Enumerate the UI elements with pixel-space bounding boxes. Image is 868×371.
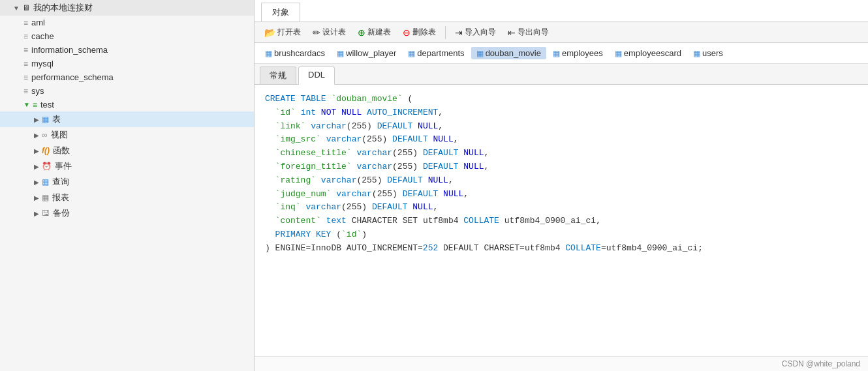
sidebar-item-test[interactable]: ▼ ≡ test [0,98,254,111]
functions-label: 函数 [53,145,70,156]
queries-arrow: ▶ [34,179,39,186]
sidebar-item-performance-schema[interactable]: ≡ performance_schema [0,70,254,84]
new-table-button[interactable]: ⊕ 新建表 [353,25,395,40]
code-line-4: `img_src` varchar(255) DEFAULT NULL, [265,133,858,147]
table-item-willow-player[interactable]: ▦ willow_player [332,47,401,59]
func-category-icon: f() [42,146,50,155]
sidebar-item-queries[interactable]: ▶ ▦ 查询 [0,174,254,190]
delete-table-icon: ⊖ [403,27,411,38]
design-table-button[interactable]: ✏ 设计表 [308,25,350,40]
main-content: 对象 📂 打开表 ✏ 设计表 ⊕ 新建表 ⊖ 删除表 ⇥ 导入向导 ⇤ 导出向导 [255,0,868,371]
code-line-6: `foreign_title` varchar(255) DEFAULT NUL… [265,160,858,174]
sidebar-item-reports[interactable]: ▶ ▦ 报表 [0,190,254,205]
db-icon-sys: ≡ [23,87,28,96]
code-line-5: `chinese_title` varchar(255) DEFAULT NUL… [265,147,858,160]
sidebar-item-aml[interactable]: ≡ aml [0,16,254,29]
object-tab[interactable]: 对象 [261,3,300,22]
new-table-icon: ⊕ [358,27,365,38]
sidebar: ▼ 🖥 我的本地连接财 ≡ aml ≡ cache ≡ information_… [0,0,255,371]
new-table-label: 新建表 [367,27,391,38]
db-name-mysql: mysql [31,59,54,68]
table-item-employeescard[interactable]: ▦ employeescard [610,47,687,59]
code-line-3: `link` varchar(255) DEFAULT NULL, [265,120,858,134]
events-arrow: ▶ [34,163,39,170]
tab-changgui[interactable]: 常规 [260,67,296,84]
tables-arrow: ▶ [34,116,39,123]
code-line-1: CREATE TABLE `douban_movie` ( [265,93,858,106]
delete-table-button[interactable]: ⊖ 删除表 [398,25,441,40]
table-grid-icon-4: ▦ [476,49,484,58]
views-label: 视图 [51,129,68,141]
table-category-icon: ▦ [42,115,49,124]
table-name-departments: departments [417,48,464,58]
sidebar-item-backups[interactable]: ▶ 🖫 备份 [0,205,254,221]
delete-table-label: 删除表 [412,27,436,38]
queries-label: 查询 [52,176,69,188]
code-line-9: `inq` varchar(255) DEFAULT NULL, [265,201,858,215]
db-icon-info: ≡ [23,46,28,55]
sidebar-item-events[interactable]: ▶ ⏰ 事件 [0,158,254,174]
table-name-douban-movie: douban_movie [486,48,541,58]
db-icon-aml: ≡ [23,18,28,27]
table-item-employees[interactable]: ▦ employees [548,47,608,59]
sidebar-item-views[interactable]: ▶ ∞ 视图 [0,127,254,143]
table-name-users: users [702,48,723,58]
export-wizard-icon: ⇤ [508,27,516,38]
collapse-arrow: ▼ [13,5,20,12]
table-name-willow-player: willow_player [346,48,396,58]
import-wizard-label: 导入向导 [465,27,496,38]
code-line-7: `rating` varchar(255) DEFAULT NULL, [265,174,858,188]
footer: CSDN @white_poland [255,356,868,371]
import-wizard-icon: ⇥ [455,27,463,38]
sidebar-item-tables[interactable]: ▶ ▦ 表 [0,111,254,127]
db-icon-perf: ≡ [23,73,28,82]
query-category-icon: ▦ [42,177,49,186]
bottom-tab-bar: 常规 DDL [255,64,868,85]
backup-category-icon: 🖫 [42,209,50,218]
export-wizard-label: 导出向导 [518,27,549,38]
table-grid-icon-5: ▦ [553,49,560,58]
table-grid-icon-3: ▦ [408,49,415,58]
table-item-departments[interactable]: ▦ departments [403,47,469,59]
table-name-employees: employees [562,48,603,58]
events-label: 事件 [55,160,72,172]
backups-label: 备份 [53,207,70,219]
table-list: ▦ brushcardacs ▦ willow_player ▦ departm… [255,43,868,64]
functions-arrow: ▶ [34,147,39,155]
test-arrow: ▼ [23,101,30,108]
view-category-icon: ∞ [42,130,48,140]
connection-item[interactable]: ▼ 🖥 我的本地连接财 [0,0,254,16]
code-line-12: ) ENGINE=InnoDB AUTO_INCREMENT=252 DEFAU… [265,242,858,256]
design-table-label: 设计表 [322,27,346,38]
open-table-label: 打开表 [277,27,301,38]
table-name-brushcardacs: brushcardacs [274,48,325,58]
table-item-douban-movie[interactable]: ▦ douban_movie [471,47,546,59]
table-grid-icon-2: ▦ [337,49,344,58]
table-grid-icon: ▦ [265,49,272,58]
tables-label: 表 [52,113,61,125]
db-icon-cache: ≡ [23,32,28,41]
connection-label: 我的本地连接财 [33,2,93,14]
sidebar-item-information-schema[interactable]: ≡ information_schema [0,43,254,57]
sidebar-item-cache[interactable]: ≡ cache [0,29,254,43]
sidebar-item-mysql[interactable]: ≡ mysql [0,57,254,70]
import-wizard-button[interactable]: ⇥ 导入向导 [450,25,501,40]
tab-ddl[interactable]: DDL [298,67,335,85]
open-table-button[interactable]: 📂 打开表 [260,25,305,40]
db-name-perf: performance_schema [31,72,114,82]
table-grid-icon-6: ▦ [615,49,622,58]
sidebar-item-functions[interactable]: ▶ f() 函数 [0,143,254,158]
reports-arrow: ▶ [34,194,39,201]
sidebar-item-sys[interactable]: ≡ sys [0,84,254,98]
connection-icon: 🖥 [22,3,30,12]
code-line-8: `judge_num` varchar(255) DEFAULT NULL, [265,188,858,201]
bottom-area: 常规 DDL CREATE TABLE `douban_movie` ( `id… [255,64,868,371]
backups-arrow: ▶ [34,210,39,217]
export-wizard-button[interactable]: ⇤ 导出向导 [503,25,553,40]
db-name-aml: aml [31,18,45,27]
ddl-code-area: CREATE TABLE `douban_movie` ( `id` int N… [255,85,868,356]
toolbar-separator [445,26,446,39]
table-item-users[interactable]: ▦ users [688,47,728,59]
table-item-brushcardacs[interactable]: ▦ brushcardacs [260,47,330,59]
toolbar: 📂 打开表 ✏ 设计表 ⊕ 新建表 ⊖ 删除表 ⇥ 导入向导 ⇤ 导出向导 [255,22,868,43]
